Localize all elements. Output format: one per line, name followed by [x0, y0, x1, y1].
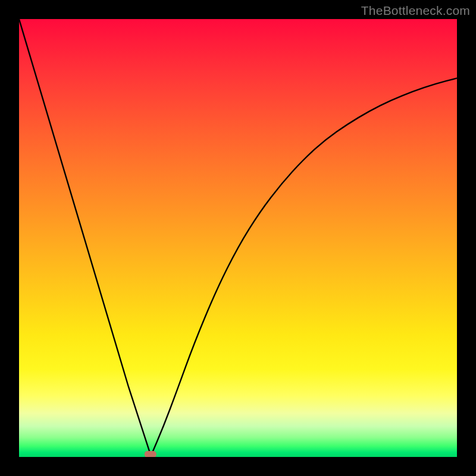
- minimum-marker: [145, 451, 156, 457]
- bottleneck-curve: [19, 19, 457, 457]
- plot-area: [19, 19, 457, 457]
- watermark-text: TheBottleneck.com: [361, 4, 470, 18]
- chart-frame: TheBottleneck.com: [0, 0, 476, 476]
- curve-right-branch: [151, 78, 457, 457]
- curve-left-branch: [19, 19, 151, 455]
